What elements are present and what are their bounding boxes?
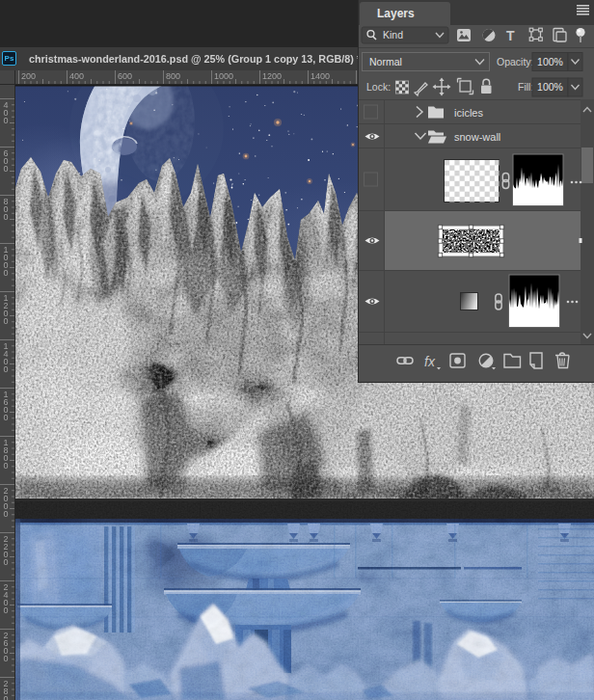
svg-text:Fill:: Fill:	[518, 81, 533, 93]
svg-text:icicles: icicles	[454, 107, 483, 119]
svg-text:0: 0	[4, 509, 9, 519]
svg-text:Opacity:: Opacity:	[497, 56, 534, 67]
svg-text:0: 0	[4, 212, 9, 222]
svg-text:fx: fx	[424, 354, 436, 369]
svg-text:snow-wall: snow-wall	[454, 131, 500, 143]
svg-text:0: 0	[4, 654, 9, 663]
svg-text:100%: 100%	[537, 56, 563, 67]
svg-text:0: 0	[4, 316, 9, 326]
svg-text:600: 600	[118, 71, 132, 81]
svg-text:Lock:: Lock:	[366, 81, 391, 93]
svg-text:1000: 1000	[214, 71, 233, 81]
svg-text:0: 0	[4, 461, 9, 471]
svg-text:0: 0	[4, 413, 9, 422]
svg-text:Kind: Kind	[383, 29, 403, 40]
svg-text:400: 400	[69, 71, 84, 81]
svg-text:200: 200	[21, 71, 36, 81]
svg-text:1400: 1400	[310, 71, 330, 81]
svg-text:Layers: Layers	[377, 7, 415, 20]
svg-text:Normal: Normal	[369, 56, 402, 67]
svg-text:0: 0	[4, 364, 9, 374]
svg-text:0: 0	[4, 606, 9, 615]
svg-text:0: 0	[4, 164, 9, 174]
svg-text:100%: 100%	[537, 81, 563, 93]
svg-text:0: 0	[4, 557, 9, 567]
svg-text:800: 800	[166, 71, 180, 81]
svg-text:0: 0	[4, 116, 9, 125]
svg-text:0: 0	[4, 694, 9, 700]
svg-text:T: T	[506, 28, 515, 43]
svg-text:1200: 1200	[262, 71, 282, 81]
svg-text:0: 0	[4, 268, 9, 278]
